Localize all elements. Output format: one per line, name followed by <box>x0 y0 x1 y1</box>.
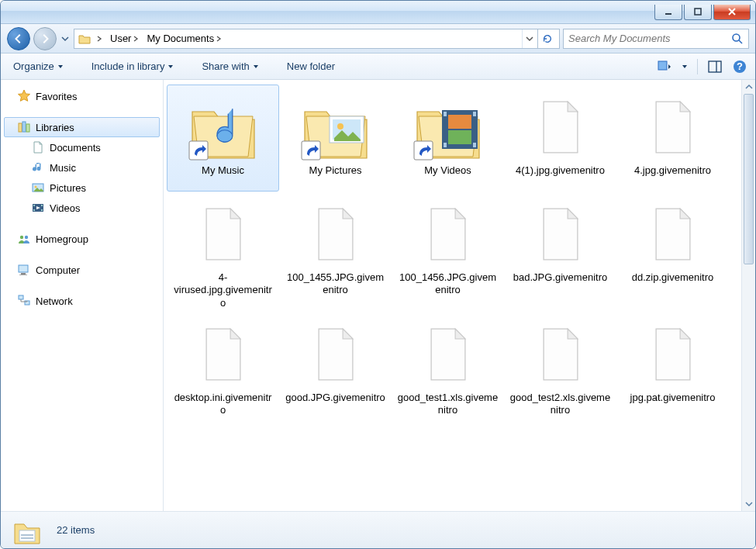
item-label: good_test2.xls.givemenitro <box>510 392 611 417</box>
svg-rect-4 <box>709 61 721 72</box>
breadcrumb-root-sep[interactable] <box>93 36 105 42</box>
file-icon <box>186 197 261 271</box>
breadcrumb-label: My Documents <box>147 33 214 44</box>
svg-point-19 <box>25 236 28 239</box>
tree-videos[interactable]: Videos <box>4 198 160 218</box>
include-in-library-button[interactable]: Include in library <box>87 57 179 75</box>
tree-network[interactable]: Network <box>4 291 160 311</box>
file-item[interactable]: good.JPG.givemenitro <box>279 312 392 420</box>
new-folder-button[interactable]: New folder <box>282 57 340 75</box>
file-item[interactable]: jpg.pat.givemenitro <box>616 312 729 420</box>
explorer-window: User My Documents Organize Include in li… <box>0 0 756 549</box>
tree-documents[interactable]: Documents <box>4 137 160 157</box>
folder-item[interactable]: My Pictures <box>279 85 392 192</box>
svg-rect-32 <box>444 112 447 116</box>
back-button[interactable] <box>7 27 30 50</box>
item-label: dd.zip.givemenitro <box>632 271 714 296</box>
svg-point-29 <box>337 123 343 129</box>
item-label: 4.jpg.givemenitro <box>634 164 711 189</box>
item-label: jpg.pat.givemenitro <box>630 392 716 416</box>
file-item[interactable]: bad.JPG.givemenitro <box>504 192 616 312</box>
breadcrumb-user[interactable]: User <box>107 33 142 44</box>
label: Organize <box>13 60 54 72</box>
svg-point-2 <box>733 34 740 41</box>
file-icon <box>411 317 485 392</box>
tree-pictures[interactable]: Pictures <box>4 178 160 198</box>
refresh-button[interactable] <box>537 29 556 48</box>
tree-favorites[interactable]: Favorites <box>4 86 160 106</box>
folder-icon <box>186 90 261 164</box>
file-item[interactable]: 100_1455.JPG.givemenitro <box>279 192 392 312</box>
svg-point-12 <box>35 186 37 188</box>
view-options-button[interactable] <box>657 59 672 74</box>
breadcrumb-label: User <box>110 33 131 44</box>
breadcrumb-mydocs[interactable]: My Documents <box>143 33 225 44</box>
maximize-button[interactable] <box>684 5 712 20</box>
close-button[interactable] <box>713 5 751 20</box>
svg-rect-10 <box>26 124 29 132</box>
preview-pane-button[interactable] <box>707 59 723 74</box>
computer-icon <box>17 263 31 277</box>
scroll-up-button[interactable] <box>742 80 755 94</box>
search-box[interactable] <box>563 29 749 49</box>
file-item[interactable]: good_test2.xls.givemenitro <box>504 312 616 420</box>
documents-icon <box>31 140 45 154</box>
file-item[interactable]: 4.jpg.givemenitro <box>616 85 729 192</box>
svg-point-25 <box>217 130 233 142</box>
folder-icon <box>78 32 91 46</box>
folder-item[interactable]: My Videos <box>392 85 504 192</box>
tree-computer[interactable]: Computer <box>4 260 160 280</box>
file-item[interactable]: 100_1456.JPG.givemenitro <box>392 192 504 312</box>
label: Favorites <box>36 91 77 102</box>
minimize-button[interactable] <box>654 5 682 20</box>
history-dropdown[interactable] <box>60 31 71 47</box>
body: Favorites Libraries Documents Music Pict… <box>1 80 755 511</box>
item-label: My Music <box>202 164 244 189</box>
scrollbar-thumb[interactable] <box>744 94 754 264</box>
item-label: 100_1455.JPG.givemenitro <box>285 271 386 297</box>
file-icon <box>636 90 710 164</box>
file-grid[interactable]: My MusicMy PicturesMy Videos4(1).jpg.giv… <box>164 80 741 511</box>
file-icon <box>523 317 598 392</box>
file-item[interactable]: desktop.ini.givemenitro <box>167 312 279 420</box>
file-icon <box>636 197 710 271</box>
file-item[interactable]: dd.zip.givemenitro <box>616 192 729 312</box>
file-icon <box>299 317 373 392</box>
file-icon <box>523 197 598 271</box>
vertical-scrollbar[interactable] <box>741 80 755 511</box>
file-item[interactable]: 4-virused.jpg.givemenitro <box>167 192 279 312</box>
label: Network <box>36 295 73 307</box>
tree-homegroup[interactable]: Homegroup <box>4 229 160 249</box>
folder-item[interactable]: My Music <box>167 85 279 192</box>
label: Music <box>50 162 76 174</box>
search-input[interactable] <box>568 33 727 44</box>
share-with-button[interactable]: Share with <box>197 57 263 75</box>
item-label: good_test1.xls.givemenitro <box>398 392 499 417</box>
file-item[interactable]: 4(1).jpg.givemenitro <box>504 85 616 192</box>
address-bar[interactable]: User My Documents <box>74 29 560 49</box>
view-dropdown[interactable] <box>682 64 688 70</box>
svg-rect-1 <box>695 9 701 15</box>
tree-libraries[interactable]: Libraries <box>4 117 160 137</box>
svg-rect-14 <box>33 205 35 206</box>
file-item[interactable]: good_test1.xls.givemenitro <box>392 312 504 420</box>
tree-music[interactable]: Music <box>4 157 160 178</box>
svg-rect-36 <box>448 115 471 129</box>
organize-button[interactable]: Organize <box>9 57 68 75</box>
label: Share with <box>202 60 249 72</box>
toolbar: Organize Include in library Share with N… <box>1 54 755 80</box>
file-icon <box>186 317 261 392</box>
item-label: 4(1).jpg.givemenitro <box>516 164 605 189</box>
svg-rect-20 <box>19 265 28 272</box>
item-label: My Videos <box>424 164 471 189</box>
help-button[interactable]: ? <box>732 59 747 74</box>
label: Libraries <box>36 122 74 133</box>
content-area: My MusicMy PicturesMy Videos4(1).jpg.giv… <box>164 80 755 511</box>
item-label: bad.JPG.givemenitro <box>513 271 607 296</box>
svg-rect-41 <box>21 537 33 539</box>
item-label: desktop.ini.givemenitro <box>173 392 274 417</box>
address-dropdown[interactable] <box>522 29 536 48</box>
scroll-down-button[interactable] <box>742 497 755 511</box>
forward-button[interactable] <box>33 27 57 50</box>
label: Documents <box>50 142 101 154</box>
